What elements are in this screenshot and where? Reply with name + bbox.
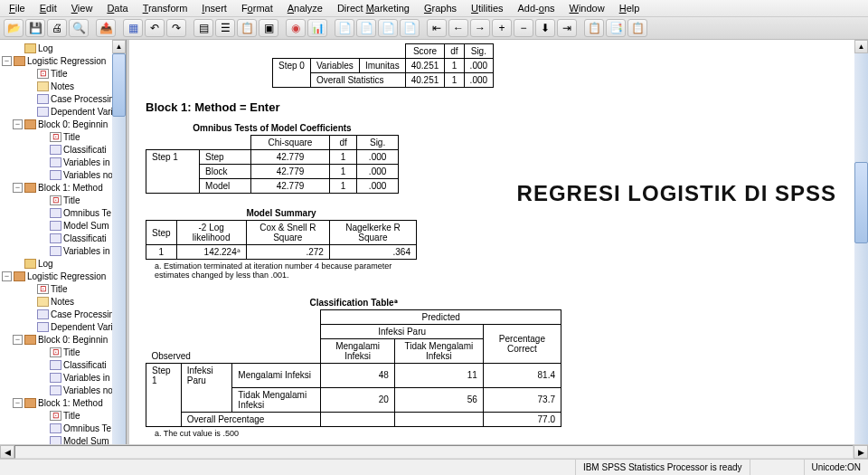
undo-icon[interactable]: ↶ xyxy=(145,19,165,37)
tree-b0-vno[interactable]: Variables no xyxy=(0,168,126,181)
menubar: File Edit View Data Transform Insert For… xyxy=(0,0,868,17)
preview-icon[interactable]: 🔍 xyxy=(69,19,89,37)
omnibus-table[interactable]: Chi-squaredfSig. Step 1Step42.7791.000 B… xyxy=(146,135,399,194)
tree-b1-clas[interactable]: Classificati xyxy=(0,232,126,244)
menu-data[interactable]: Data xyxy=(99,1,135,15)
tree-title[interactable]: ⊡Title xyxy=(0,67,126,80)
tree-b0b-clas[interactable]: Classificati xyxy=(0,358,126,371)
tree-b1b-title[interactable]: ⊡Title xyxy=(0,409,126,422)
menu-utilities[interactable]: Utilities xyxy=(464,1,510,15)
classif-title: Classification Tableᵃ xyxy=(146,298,561,308)
menu-edit[interactable]: Edit xyxy=(33,1,64,15)
tree-case2[interactable]: Case Processing xyxy=(0,308,126,320)
nav-plus-icon[interactable]: + xyxy=(492,19,512,37)
nav-prev-icon[interactable]: ← xyxy=(448,19,468,37)
content-scroll-up-icon[interactable]: ▲ xyxy=(854,40,868,53)
tree-b1-msum[interactable]: Model Sum xyxy=(0,219,126,232)
tree-b1b-omn[interactable]: Omnibus Te xyxy=(0,422,126,434)
insert3-icon[interactable]: 📄 xyxy=(378,19,398,37)
insert2-icon[interactable]: 📄 xyxy=(356,19,376,37)
tree-b0b-vin[interactable]: Variables in xyxy=(0,371,126,384)
dialog-recall-icon[interactable]: ▦ xyxy=(123,19,143,37)
menu-format[interactable]: Format xyxy=(234,1,280,15)
output-content: ScoredfSig. Step 0VariablesImunitas40.25… xyxy=(129,40,868,459)
tree-b0-clas[interactable]: Classificati xyxy=(0,143,126,156)
menu-directmarketing[interactable]: Direct Marketing xyxy=(330,1,417,15)
hscroll-right-icon[interactable]: ▶ xyxy=(854,445,868,459)
copy-icon[interactable]: 📑 xyxy=(606,19,626,37)
tree-log2[interactable]: Log xyxy=(0,257,126,270)
tree-b0b-vno[interactable]: Variables no xyxy=(0,384,126,396)
insert-icon[interactable]: 📄 xyxy=(335,19,354,37)
menu-help[interactable]: Help xyxy=(612,1,647,15)
menu-view[interactable]: View xyxy=(64,1,100,15)
open-icon[interactable]: 📂 xyxy=(4,19,24,37)
redo-icon[interactable]: ↷ xyxy=(166,19,186,37)
tree-b0b[interactable]: −Block 0: Beginnin xyxy=(0,333,126,346)
menu-window[interactable]: Window xyxy=(562,1,612,15)
horizontal-scrollbar[interactable]: ◀ ▶ xyxy=(0,444,868,459)
designate-icon[interactable]: 📋 xyxy=(584,19,604,37)
nav-scrollbar[interactable]: ▲ ▼ xyxy=(112,40,126,459)
run-icon[interactable]: ▣ xyxy=(259,19,278,37)
modelsum-title: Model Summary xyxy=(146,208,417,218)
tree-title2[interactable]: ⊡Title xyxy=(0,282,126,295)
block1-heading: Block 1: Method = Enter xyxy=(146,100,852,114)
tree-b0-title[interactable]: ⊡Title xyxy=(0,130,126,143)
scroll-thumb[interactable] xyxy=(112,53,126,117)
status-processor: IBM SPSS Statistics Processor is ready xyxy=(575,460,750,475)
save-icon[interactable]: 💾 xyxy=(25,19,45,37)
export-icon[interactable]: 📤 xyxy=(96,19,116,37)
toolbar: 📂 💾 🖨 🔍 📤 ▦ ↶ ↷ ▤ ☰ 📋 ▣ ◉ 📊 📄 📄 📄 📄 ⇤ ← … xyxy=(0,17,868,40)
menu-graphs[interactable]: Graphs xyxy=(417,1,464,15)
select-icon[interactable]: ◉ xyxy=(286,19,306,37)
tree-dep2[interactable]: Dependent Varia xyxy=(0,320,126,333)
menu-addons[interactable]: Add-ons xyxy=(511,1,562,15)
tree-b0b-title[interactable]: ⊡Title xyxy=(0,346,126,358)
overlay-title: REGRESI LOGISTIK DI SPSS xyxy=(517,181,836,206)
modelsum-table[interactable]: Step-2 Log likelihoodCox & Snell R Squar… xyxy=(146,220,417,260)
tree-b1-omn[interactable]: Omnibus Te xyxy=(0,206,126,219)
tree-log[interactable]: Log xyxy=(0,42,126,54)
scroll-up-icon[interactable]: ▲ xyxy=(112,40,126,53)
classif-table[interactable]: Predicted Infeksi ParuPercentage Correct… xyxy=(146,309,561,427)
print-icon[interactable]: 🖨 xyxy=(47,19,67,37)
modelsum-footnote: a. Estimation terminated at iteration nu… xyxy=(146,261,417,280)
paste-icon[interactable]: 📋 xyxy=(627,19,647,37)
tree-lr2[interactable]: −Logistic Regression xyxy=(0,270,126,282)
tree-b1b[interactable]: −Block 1: Method xyxy=(0,396,126,409)
content-scrollbar[interactable]: ▲ ▼ xyxy=(854,40,868,459)
nav-last-icon[interactable]: ⇥ xyxy=(557,19,577,37)
nav-first-icon[interactable]: ⇤ xyxy=(427,19,447,37)
tree-dep[interactable]: Dependent Varia xyxy=(0,105,126,118)
omnibus-title: Omnibus Tests of Model Coefficients xyxy=(146,123,399,133)
menu-transform[interactable]: Transform xyxy=(136,1,195,15)
menu-insert[interactable]: Insert xyxy=(194,1,234,15)
tree-b1-title[interactable]: ⊡Title xyxy=(0,194,126,206)
chart-icon[interactable]: 📊 xyxy=(307,19,327,37)
tree-b0[interactable]: −Block 0: Beginnin xyxy=(0,118,126,130)
nav-minus-icon[interactable]: − xyxy=(514,19,533,37)
nav-down-icon[interactable]: ⬇ xyxy=(535,19,555,37)
insert4-icon[interactable]: 📄 xyxy=(400,19,420,37)
tree-b1[interactable]: −Block 1: Method xyxy=(0,181,126,194)
outline-nav: Log −Logistic Regression ⊡Title Notes Ca… xyxy=(0,40,127,459)
tree-notes2[interactable]: Notes xyxy=(0,295,126,308)
tree-notes[interactable]: Notes xyxy=(0,80,126,92)
menu-analyze[interactable]: Analyze xyxy=(280,1,330,15)
tree-case[interactable]: Case Processing xyxy=(0,92,126,105)
tree-b0-vin[interactable]: Variables in xyxy=(0,156,126,168)
statusbar: IBM SPSS Statistics Processor is ready U… xyxy=(0,459,868,475)
tree-lr[interactable]: −Logistic Regression xyxy=(0,54,126,67)
tree-b1-vin[interactable]: Variables in xyxy=(0,244,126,257)
content-scroll-thumb[interactable] xyxy=(854,162,868,243)
step0-table[interactable]: ScoredfSig. Step 0VariablesImunitas40.25… xyxy=(272,43,494,88)
goto-var-icon[interactable]: ☰ xyxy=(215,19,235,37)
menu-file[interactable]: File xyxy=(2,1,33,15)
variables-icon[interactable]: 📋 xyxy=(237,19,257,37)
goto-case-icon[interactable]: ▤ xyxy=(193,19,213,37)
nav-next-icon[interactable]: → xyxy=(470,19,490,37)
hscroll-left-icon[interactable]: ◀ xyxy=(0,445,14,459)
classif-footnote: a. The cut value is .500 xyxy=(146,429,561,438)
status-unicode: Unicode:ON xyxy=(804,460,868,475)
